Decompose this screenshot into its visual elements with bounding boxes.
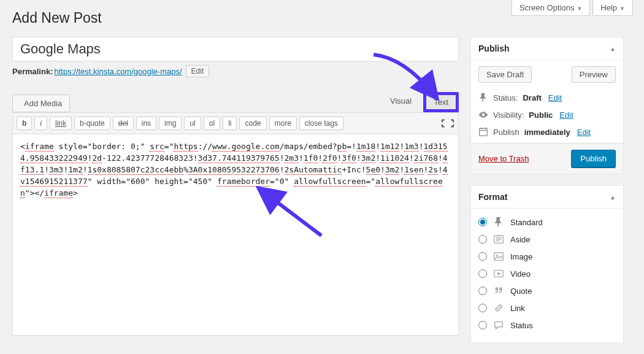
schedule-label: Publish	[493, 128, 519, 137]
collapse-icon[interactable]: ▲	[610, 45, 616, 52]
qt-img-button[interactable]: img	[159, 117, 182, 130]
format-title: Format	[478, 192, 507, 202]
permalink-row: Permalink: https://test.kinsta.com/googl…	[12, 65, 459, 77]
tab-visual[interactable]: Visual	[381, 92, 421, 112]
permalink-edit-button[interactable]: Edit	[186, 65, 210, 77]
format-radio[interactable]	[478, 321, 487, 329]
save-draft-button[interactable]: Save Draft	[478, 66, 532, 83]
lines-icon	[493, 234, 504, 245]
add-media-label: Add Media	[24, 99, 62, 108]
format-radio[interactable]	[478, 218, 487, 226]
content-textarea[interactable]: <iframe style="border: 0;" src="https://…	[12, 134, 459, 336]
format-label: Quote	[510, 287, 532, 296]
format-radio[interactable]	[478, 304, 487, 312]
visibility-value: Public	[529, 110, 553, 120]
fullscreen-icon[interactable]	[441, 118, 454, 128]
format-label: Status	[510, 321, 533, 330]
qt-bold-button[interactable]: b	[17, 117, 32, 130]
format-option-video[interactable]: Video	[478, 265, 616, 282]
format-box: Format ▲ StandardAsideImageVideoQuoteLin…	[470, 185, 624, 343]
visibility-edit-link[interactable]: Edit	[559, 110, 573, 120]
format-radio[interactable]	[478, 235, 487, 244]
eye-icon	[478, 110, 488, 120]
format-radio[interactable]	[478, 252, 487, 261]
image-icon	[493, 251, 504, 262]
video-icon	[493, 268, 504, 279]
post-title-input[interactable]	[12, 37, 459, 61]
qt-italic-button[interactable]: i	[34, 117, 47, 130]
quicktags-toolbar: b i link b-quote del ins img ul ol li co…	[12, 112, 459, 134]
format-radio[interactable]	[478, 287, 487, 295]
format-label: Standard	[510, 218, 543, 227]
svg-rect-2	[480, 128, 488, 136]
format-option-image[interactable]: Image	[478, 248, 616, 265]
format-option-link[interactable]: Link	[478, 299, 616, 317]
permalink-url-link[interactable]: https://test.kinsta.com/google-maps/	[54, 67, 182, 76]
preview-button[interactable]: Preview	[572, 66, 616, 83]
tab-text[interactable]: Text	[423, 92, 459, 112]
qt-code-button[interactable]: code	[239, 117, 266, 130]
qt-del-button[interactable]: del	[113, 117, 134, 130]
format-label: Link	[510, 304, 525, 313]
qt-link-button[interactable]: link	[50, 117, 72, 130]
format-option-status[interactable]: Status	[478, 317, 616, 334]
add-media-button[interactable]: Add Media	[12, 94, 70, 112]
help-label: Help	[600, 3, 617, 12]
quote-icon	[493, 285, 504, 296]
publish-button[interactable]: Publish	[571, 150, 616, 167]
format-label: Aside	[510, 235, 531, 244]
bubble-icon	[493, 320, 504, 331]
format-option-aside[interactable]: Aside	[478, 231, 616, 248]
qt-ins-button[interactable]: ins	[136, 117, 156, 130]
qt-ol-button[interactable]: ol	[204, 117, 220, 130]
chevron-down-icon: ▼	[577, 6, 582, 12]
qt-bquote-button[interactable]: b-quote	[74, 117, 110, 130]
qt-more-button[interactable]: more	[269, 117, 297, 130]
qt-closetags-button[interactable]: close tags	[299, 117, 343, 130]
calendar-icon	[478, 127, 488, 137]
screen-options-button[interactable]: Screen Options▼	[512, 0, 591, 16]
screen-options-label: Screen Options	[519, 3, 575, 12]
visibility-label: Visibility:	[493, 110, 524, 120]
format-radio[interactable]	[478, 269, 487, 278]
schedule-edit-link[interactable]: Edit	[577, 128, 591, 137]
pin-icon	[478, 93, 488, 102]
svg-rect-10	[494, 253, 503, 261]
page-title: Add New Post	[12, 10, 102, 26]
link-icon	[493, 302, 504, 314]
publish-title: Publish	[478, 44, 510, 53]
chevron-down-icon: ▼	[619, 6, 625, 12]
status-label: Status:	[493, 93, 518, 102]
format-option-standard[interactable]: Standard	[478, 214, 616, 231]
collapse-icon[interactable]: ▲	[610, 194, 616, 201]
pin-icon	[493, 217, 504, 228]
move-to-trash-link[interactable]: Move to Trash	[478, 154, 529, 163]
publish-box: Publish ▲ Save Draft Preview Status: Dra…	[470, 37, 624, 174]
status-edit-link[interactable]: Edit	[548, 93, 562, 102]
qt-li-button[interactable]: li	[223, 117, 237, 130]
help-button[interactable]: Help▼	[592, 0, 633, 16]
format-label: Video	[510, 269, 531, 279]
format-label: Image	[510, 252, 532, 261]
schedule-value: immediately	[524, 128, 570, 137]
permalink-label: Permalink:	[12, 67, 53, 76]
format-option-quote[interactable]: Quote	[478, 282, 616, 299]
status-value: Draft	[523, 93, 541, 102]
qt-ul-button[interactable]: ul	[184, 117, 201, 130]
